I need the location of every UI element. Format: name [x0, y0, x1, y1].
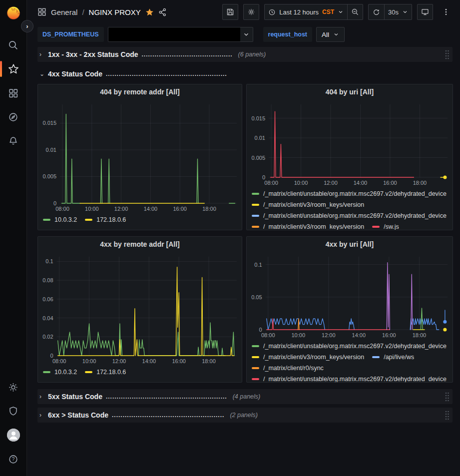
datasource-variable-dropdown[interactable]	[108, 27, 253, 42]
svg-text:08:00: 08:00	[264, 180, 278, 186]
time-controls: Last 12 hours CST	[264, 4, 363, 20]
row-collapse-chevron[interactable]: ⌄	[39, 70, 44, 77]
row-title: 5xx Status Code	[48, 393, 102, 401]
legend-item[interactable]: /_matrix/client/v3/room_keys/version	[252, 199, 364, 210]
row-header-1xx-3xx-2xx[interactable]: › 1xx - 3xx - 2xx Status Code ..........…	[37, 47, 453, 62]
svg-text:12:00: 12:00	[112, 358, 126, 364]
save-dashboard-button[interactable]	[222, 4, 238, 20]
legend-item[interactable]: /_matrix/client/unstable/org.matrix.msc2…	[252, 374, 447, 382]
more-options-kebab-button[interactable]	[438, 4, 454, 20]
sidebar-item-explore-compass-icon[interactable]	[0, 105, 27, 129]
row-panel-count: (6 panels)	[238, 51, 266, 58]
help-icon[interactable]: ?	[0, 447, 27, 471]
row-header-4xx[interactable]: ⌄ 4xx Status Code ......................…	[37, 67, 453, 81]
sidebar-item-dashboards[interactable]	[0, 81, 27, 105]
dashboard-header: General / NGINX PROXY	[27, 0, 460, 24]
sidebar: ›	[0, 0, 27, 476]
legend-item[interactable]: /_matrix/client/unstable/org.matrix.msc2…	[252, 341, 447, 351]
legend-item[interactable]: /api/live/ws	[372, 352, 414, 362]
panel-title[interactable]: 4xx by remote addr [All]	[38, 237, 242, 252]
svg-text:0.015: 0.015	[42, 120, 56, 126]
timeseries-chart[interactable]: 08:0010:0012:0014:0016:0018:0000.0050.01…	[247, 99, 453, 187]
svg-text:18:00: 18:00	[413, 180, 427, 186]
request-host-variable-label[interactable]: request_host	[263, 27, 313, 42]
timezone-label: CST	[322, 8, 334, 15]
svg-text:0.05: 0.05	[251, 294, 262, 300]
legend-item[interactable]: /_matrix/client/r0/sync	[252, 363, 324, 373]
series-name: /_matrix/client/v3/room_keys/version	[263, 223, 364, 230]
timeseries-chart[interactable]: 08:0010:0012:0014:0016:0018:0000.020.040…	[38, 252, 242, 366]
panel-title[interactable]: 404 by remote addr [All]	[38, 84, 242, 99]
series-name: 10.0.3.2	[54, 216, 77, 223]
refresh-button[interactable]	[368, 4, 384, 20]
gear-icon	[247, 8, 255, 16]
settings-gear-icon[interactable]	[0, 375, 27, 399]
apps-grid-icon[interactable]	[37, 7, 46, 16]
svg-text:0: 0	[262, 174, 265, 180]
legend-item[interactable]: 172.18.0.6	[85, 214, 126, 225]
refresh-interval-picker[interactable]: 30s	[384, 4, 412, 20]
grafana-logo-icon[interactable]	[5, 4, 22, 21]
clock-icon	[268, 8, 276, 16]
row-title-dots: ........................................…	[112, 412, 224, 419]
datasource-variable-label[interactable]: DS_PROMETHEUS	[37, 27, 104, 42]
legend-item[interactable]: /_matrix/client/unstable/org.matrix.msc2…	[252, 210, 447, 221]
legend-item[interactable]: /_matrix/client/v3/room_keys/version	[252, 221, 364, 230]
sidebar-item-alerting-bell-icon[interactable]	[0, 129, 27, 153]
server-admin-shield-icon[interactable]	[0, 399, 27, 423]
row-collapse-chevron[interactable]: ›	[39, 412, 44, 419]
series-name: /_matrix/client/unstable/org.matrix.msc2…	[263, 343, 447, 350]
panel-title[interactable]: 4xx by uri [All]	[247, 237, 453, 252]
search-icon[interactable]	[0, 33, 27, 57]
user-avatar[interactable]	[0, 423, 27, 447]
timeseries-chart[interactable]: 08:0010:0012:0014:0016:0018:0000.0050.01…	[38, 99, 242, 213]
row-collapse-chevron[interactable]: ›	[39, 51, 44, 58]
row-drag-handle[interactable]	[445, 49, 450, 59]
chevron-down-icon	[333, 31, 339, 37]
chevron-down-icon	[402, 9, 408, 15]
dashboard-settings-button[interactable]	[243, 4, 259, 20]
svg-text:16:00: 16:00	[173, 206, 187, 212]
series-name: /_matrix/client/v3/room_keys/version	[263, 201, 364, 208]
row-title-dots: ........................................…	[106, 70, 227, 77]
legend-item[interactable]: 10.0.3.2	[43, 367, 77, 377]
legend-item[interactable]: /sw.js	[372, 221, 399, 230]
sidebar-expand-button[interactable]: ›	[21, 20, 33, 32]
svg-text:0.02: 0.02	[42, 334, 53, 340]
panel-4xx-by-uri: 4xx by uri [All] 08:0010:0012:0014:0016:…	[246, 236, 453, 383]
share-icon[interactable]	[158, 8, 167, 16]
cycle-view-mode-button[interactable]	[417, 4, 433, 20]
monitor-icon	[421, 8, 429, 16]
row-drag-handle[interactable]	[445, 410, 450, 420]
svg-text:?: ?	[12, 456, 15, 462]
svg-text:10:00: 10:00	[85, 206, 99, 212]
svg-text:08:00: 08:00	[261, 332, 275, 338]
series-name: 172.18.0.6	[96, 216, 126, 223]
request-host-variable-dropdown[interactable]: All	[316, 27, 345, 42]
svg-text:08:00: 08:00	[52, 358, 66, 364]
legend-item[interactable]: /_matrix/client/unstable/org.matrix.msc2…	[252, 188, 447, 199]
series-name: /sw.js	[384, 223, 399, 230]
row-drag-handle[interactable]	[445, 392, 450, 402]
panel-legend: 10.0.3.2172.18.0.6	[38, 366, 242, 382]
series-color-swatch	[372, 356, 380, 358]
legend-item[interactable]: /_matrix/client/v3/room_keys/version	[252, 352, 364, 362]
legend-item[interactable]: 172.18.0.6	[85, 367, 126, 377]
svg-text:0: 0	[50, 353, 53, 359]
svg-text:10:00: 10:00	[292, 332, 306, 338]
panel-title[interactable]: 404 by uri [All]	[247, 84, 453, 99]
favorite-star-icon[interactable]	[145, 8, 154, 16]
row-header-6xx[interactable]: › 6xx > Status Code ....................…	[37, 408, 453, 423]
svg-text:14:00: 14:00	[354, 180, 368, 186]
series-name: /api/live/ws	[384, 354, 414, 361]
breadcrumb-folder[interactable]: General	[51, 8, 77, 16]
page-title[interactable]: NGINX PROXY	[89, 8, 141, 16]
legend-item[interactable]: 10.0.3.2	[43, 214, 77, 225]
time-range-picker[interactable]: Last 12 hours CST	[264, 4, 347, 20]
sidebar-item-starred[interactable]	[0, 57, 27, 81]
zoom-out-time-button[interactable]	[347, 4, 363, 20]
timeseries-chart[interactable]: 08:0010:0012:0014:0016:0018:0000.050.1	[247, 252, 453, 340]
row-collapse-chevron[interactable]: ›	[39, 393, 44, 400]
row-header-5xx[interactable]: › 5xx Status Code ......................…	[37, 389, 453, 404]
svg-text:16:00: 16:00	[172, 358, 186, 364]
